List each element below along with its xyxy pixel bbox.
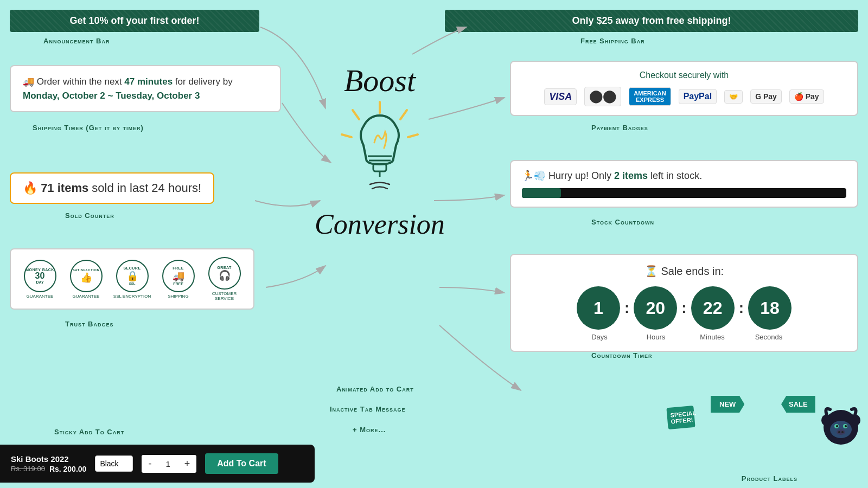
payment-badges: Checkout securely with VISA ⬤⬤ AMERICANE… bbox=[510, 61, 858, 116]
trust-badge-satisfaction-circle: SATISFACTION 👍 bbox=[70, 260, 103, 292]
svg-line-1 bbox=[400, 110, 407, 119]
trust-badges: MONEY BACK 30 DAY GUARANTEE SATISFACTION… bbox=[10, 248, 254, 310]
special-offer-label: SPECIAL OFFER! bbox=[666, 406, 695, 429]
sold-counter-suffix: sold in last 24 hours! bbox=[88, 181, 201, 195]
visa-icon: VISA bbox=[544, 88, 577, 105]
trust-badge-ssl-top: SECURE bbox=[123, 266, 141, 270]
trust-badges-label: Trust Badges bbox=[65, 320, 113, 328]
svg-point-19 bbox=[841, 431, 844, 433]
trust-badge-money-back-unit: DAY bbox=[36, 280, 43, 284]
trust-badge-money-back-circle: MONEY BACK 30 DAY bbox=[24, 260, 56, 292]
countdown-sep-1: : bbox=[624, 299, 629, 317]
bull-logo bbox=[819, 401, 863, 452]
countdown-boxes: 1 : 20 : 22 : 18 bbox=[522, 286, 846, 330]
quantity-control: - 1 + bbox=[142, 455, 196, 473]
shipping-timer-line2: Monday, October 2 ~ Tuesday, October 3 bbox=[23, 91, 268, 101]
color-select[interactable]: Black White Red bbox=[95, 455, 133, 472]
countdown-title: ⏳ Sale ends in: bbox=[522, 265, 846, 278]
trust-badge-ssl-text: SSL bbox=[129, 282, 136, 285]
mastercard-icon: ⬤⬤ bbox=[584, 87, 621, 106]
center-illustration: Boost Conversion bbox=[266, 65, 494, 239]
svg-point-15 bbox=[836, 425, 838, 427]
svg-line-4 bbox=[342, 134, 352, 137]
stock-bar-fill bbox=[522, 188, 561, 198]
sold-counter-label: Sold Counter bbox=[65, 211, 114, 220]
sold-counter: 🔥 71 items sold in last 24 hours! bbox=[10, 172, 214, 204]
stock-text: 🏃💨 Hurry up! Only 2 items left in stock. bbox=[522, 170, 846, 182]
sticky-cart-new-price: Rs. 200.00 bbox=[49, 465, 87, 473]
product-labels: SPECIAL OFFER! NEW SALE bbox=[656, 396, 863, 483]
gpay-icon: G Pay bbox=[750, 89, 782, 104]
trust-badge-ssl-label: SSL ENCRYPTION bbox=[113, 294, 151, 299]
trust-badge-free-shipping-circle: FREE 🚚 FREE bbox=[162, 260, 195, 292]
stock-bar-bg bbox=[522, 188, 846, 198]
countdown-seconds-label: Seconds bbox=[747, 333, 790, 341]
trust-badge-cs-label: CUSTOMER SERVICE bbox=[204, 291, 245, 301]
announcement-bar: Get 10% off your first order! bbox=[10, 10, 259, 32]
countdown-minutes-box: 22 bbox=[691, 286, 735, 330]
stock-countdown-label: Stock Countdown bbox=[591, 218, 654, 226]
countdown-days-value: 1 bbox=[593, 298, 603, 318]
trust-badge-satisfaction-label: GUARANTEE bbox=[73, 294, 100, 299]
countdown-minutes-label: Minutes bbox=[691, 333, 734, 341]
trust-badge-money-back-label: GUARANTEE bbox=[27, 294, 54, 299]
stock-suffix: left in stock. bbox=[648, 170, 702, 181]
quantity-increase-button[interactable]: + bbox=[178, 455, 197, 473]
thumbs-up-icon: 👍 bbox=[80, 272, 92, 284]
shipping-timer-minutes: 47 minutes bbox=[124, 76, 173, 87]
countdown-hours-value: 20 bbox=[646, 298, 666, 318]
sticky-cart-info: Ski Boots 2022 Rs. 319.00 Rs. 200.00 bbox=[11, 454, 86, 473]
paypal-icon: PayPal bbox=[679, 89, 717, 104]
countdown-days-box: 1 bbox=[577, 286, 620, 330]
free-shipping-bar: Only $25 away from free shipping! bbox=[445, 10, 858, 32]
trust-badge-cs-top: GREAT bbox=[217, 266, 231, 269]
sold-counter-prefix: 🔥 bbox=[23, 181, 41, 195]
svg-line-2 bbox=[408, 134, 418, 137]
trust-badge-ssl: SECURE 🔒 SSL SSL ENCRYPTION bbox=[112, 260, 152, 299]
countdown-sep-3: : bbox=[739, 299, 744, 317]
sticky-cart-prices: Rs. 319.00 Rs. 200.00 bbox=[11, 465, 86, 473]
payment-badges-title: Checkout securely with bbox=[522, 70, 846, 80]
announcement-text: Get 10% off your first order! bbox=[69, 15, 199, 26]
free-shipping-text: Only $25 away from free shipping! bbox=[572, 15, 731, 26]
quantity-value: 1 bbox=[158, 456, 177, 472]
trust-badge-free-shipping: FREE 🚚 FREE SHIPPING bbox=[158, 260, 199, 299]
trust-badge-free-mid: FREE bbox=[173, 282, 183, 286]
sold-counter-bold: 71 items bbox=[41, 181, 88, 195]
countdown-timer: ⏳ Sale ends in: 1 : 20 : 22 : 18 Days Ho… bbox=[510, 254, 858, 352]
amex-icon: AMERICANEXPRESS bbox=[629, 87, 671, 106]
lock-icon: 🔒 bbox=[126, 270, 138, 282]
countdown-hours-label: Hours bbox=[634, 333, 678, 341]
sticky-cart-label: Sticky Add To Cart bbox=[54, 428, 124, 436]
trust-badge-customer-service: GREAT 🎧 CUSTOMER SERVICE bbox=[204, 257, 245, 301]
trust-badge-free-label: SHIPPING bbox=[168, 294, 188, 299]
countdown-timer-label: Countdown Timer bbox=[591, 351, 652, 359]
conversion-text: Conversion bbox=[266, 210, 494, 239]
stock-items-bold: 2 items bbox=[614, 170, 648, 181]
stock-countdown: 🏃💨 Hurry up! Only 2 items left in stock. bbox=[510, 160, 858, 208]
new-label: NEW bbox=[711, 396, 744, 413]
svg-point-16 bbox=[845, 425, 847, 427]
countdown-labels-row: Days Hours Minutes Seconds bbox=[522, 333, 846, 341]
product-labels-label: Product Labels bbox=[742, 474, 797, 483]
trust-badge-cs-circle: GREAT 🎧 bbox=[208, 257, 241, 290]
sticky-cart-product-name: Ski Boots 2022 bbox=[11, 454, 86, 464]
countdown-seconds-value: 18 bbox=[760, 298, 780, 318]
trust-badge-money-back-num: 30 bbox=[35, 272, 45, 280]
trust-badge-ssl-circle: SECURE 🔒 SSL bbox=[116, 260, 149, 292]
svg-line-3 bbox=[353, 110, 359, 119]
countdown-hours-box: 20 bbox=[634, 286, 677, 330]
shipping-timer-label: Shipping Timer (Get it by timer) bbox=[33, 124, 144, 132]
trust-badge-satisfaction: SATISFACTION 👍 GUARANTEE bbox=[66, 260, 106, 299]
quantity-decrease-button[interactable]: - bbox=[142, 455, 158, 473]
shipping-timer-dates: Monday, October 2 ~ Tuesday, October 3 bbox=[23, 91, 200, 101]
add-to-cart-button[interactable]: Add To Cart bbox=[205, 453, 278, 474]
countdown-minutes-value: 22 bbox=[703, 298, 723, 318]
payment-badges-label: Payment Badges bbox=[591, 124, 648, 132]
sticky-cart-old-price: Rs. 319.00 bbox=[11, 465, 45, 473]
countdown-sep-2: : bbox=[681, 299, 686, 317]
animated-cart-label: Animated Add to Cart bbox=[336, 385, 414, 393]
headset-icon: 🎧 bbox=[219, 269, 231, 281]
announcement-bar-label: Announcement Bar bbox=[43, 37, 110, 45]
svg-point-17 bbox=[837, 429, 845, 435]
